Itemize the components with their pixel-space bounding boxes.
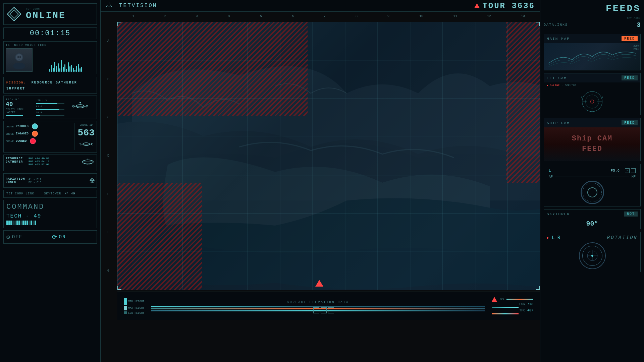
radiation-box: RADIATIONZONES A1 - B12 B2 - C10 ☢ (3, 173, 97, 188)
rotation-wheel[interactable] (579, 242, 606, 269)
ship-cam-feed[interactable]: SHIP CAM FEED Ship CAMFEED (544, 118, 641, 161)
map-background (117, 22, 540, 290)
ship-cam-header: SHIP CAM FEED (544, 118, 640, 127)
tet-comm-label: TET COMM LINK (6, 192, 34, 195)
corner-tl (117, 22, 121, 26)
ship-cam-preview: Ship CAMFEED (544, 127, 640, 161)
skytower-btn[interactable]: ROT (624, 212, 638, 217)
tet-cam-status: ● ONLINE ○ OFFLINE (544, 82, 640, 88)
mission-label: MISSION: (6, 81, 26, 84)
drone-stats-box: DRONE PATROLS DRONE ENGAGED DRONE DOWNED… (3, 121, 97, 153)
main-map-preview: 250m 200m (544, 43, 640, 70)
l-btn[interactable]: L (552, 235, 554, 240)
coord-widget: GS LON 748 TFC 407 (492, 297, 533, 315)
tet-cam-preview (544, 88, 640, 115)
skytower-label: SKYTOWER (44, 192, 61, 195)
tet-cam-feed[interactable]: TET CAM FEED ● ONLINE ○ OFFLINE (544, 73, 641, 115)
toggle-on-label: ON (59, 234, 66, 240)
voice-feed-box: TET USER VOICE FEED (3, 41, 97, 74)
drone-downed-row: DRONE DOWNED (6, 138, 71, 144)
top-bar: TETVISION TOUR 3636 (101, 0, 540, 12)
svg-point-7 (13, 63, 25, 69)
col-header-row: 1 2 3 4 5 6 7 8 9 10 11 12 13 (117, 14, 540, 18)
r-btn[interactable]: R (557, 235, 560, 240)
tour-badge: TOUR 3636 (474, 1, 535, 10)
drone-engaged-row: DRONE ENGAGED (6, 131, 71, 137)
af-label: AF (549, 175, 553, 179)
tet-comm-small-label: TET COMM (26, 8, 66, 10)
nav-dots (313, 307, 334, 313)
aperture-section: L F5.6 + - AF MF (544, 164, 641, 206)
main-area: TETVISION TOUR 3636 1 2 3 4 5 6 7 8 9 10… (101, 0, 540, 362)
stat-bars: .75 | Y 82 G 15 R (36, 99, 65, 116)
svg-point-36 (586, 95, 599, 108)
rotation-label: ROTATION (607, 235, 638, 240)
rg-icon (81, 157, 95, 169)
tet-cam-name: TET CAM (547, 76, 622, 80)
cam-btn-1[interactable]: + (625, 168, 630, 173)
toggle-on[interactable]: ⟳ ON (52, 233, 94, 241)
lr-controls[interactable]: L R (552, 235, 560, 240)
ship-cam-feed-btn[interactable]: FEED (622, 120, 638, 125)
tetvision-title: TETVISION (119, 3, 157, 9)
datalinks-row: DATALINKS 3 (544, 21, 641, 31)
resource-gatherer-box: RESOURCEGATHERER RG1 +34 40 50 RG2 +93 0… (3, 155, 97, 171)
status-row: TET COMM ONLINE (3, 3, 97, 25)
map-container[interactable]: 1 2 3 4 5 6 7 8 9 10 11 12 13 A B C D E … (104, 12, 543, 320)
tet-cam-header: TET CAM FEED (544, 73, 640, 82)
skytower-no: N° 49 (64, 192, 75, 195)
toggle-row[interactable]: ⚙ OFF ⟳ ON (3, 230, 97, 244)
toggle-off[interactable]: ⚙ OFF (6, 233, 49, 241)
online-status: ONLINE (26, 10, 66, 21)
ship-cam-name: SHIP CAM (547, 121, 622, 125)
tet-cam-feed-btn[interactable]: FEED (622, 75, 638, 80)
svg-point-9 (17, 56, 19, 58)
main-map-name: MAIN MAP (547, 37, 622, 41)
toggle-off-icon: ⚙ (6, 233, 10, 241)
tour-triangle-icon (474, 3, 480, 8)
rotation-indicator: ▶ (547, 235, 549, 240)
command-title: COMMAND (6, 203, 94, 211)
radiation-icon: ☢ (90, 176, 95, 185)
svg-point-10 (19, 56, 21, 58)
aperture-wheel[interactable] (581, 181, 604, 204)
corner-tr (536, 22, 540, 26)
tech-label: TECH N° (6, 98, 35, 101)
left-panel: TET COMM ONLINE 00:01:15 TET USER VOICE … (0, 0, 101, 362)
svg-rect-42 (582, 97, 582, 98)
drone-icon (66, 101, 95, 114)
command-box: COMMAND TECH - 49 (3, 200, 97, 228)
tech-number: 49 (6, 101, 35, 108)
waveform (49, 44, 95, 72)
toggle-off-label: OFF (12, 234, 22, 240)
svg-line-32 (110, 6, 111, 6)
cam-btn-2[interactable]: - (631, 168, 636, 173)
skytower-section[interactable]: SKYTOWER ROT 90° (544, 209, 641, 229)
avatar-box (6, 48, 33, 72)
rg-coords: RG1 +34 40 50 RG2 +93 04 12 RG3 +93 52 9… (29, 157, 78, 169)
ship-cam-overlay-text: Ship CAMFEED (572, 134, 613, 155)
rg-title: RESOURCEGATHERER (6, 157, 26, 169)
drone-id-value: 563 (78, 128, 95, 138)
comm-link-box: TET COMM LINK SKYTOWER N° 49 (3, 190, 97, 198)
rotation-inner-ring (582, 246, 602, 266)
aperture-label: L (549, 169, 551, 173)
main-map-header: MAIN MAP FEED (544, 34, 640, 43)
bottom-bar: MID HEIGHT MAX HEIGHT LOW HEIGHT SURFACE… (117, 292, 540, 320)
main-map-feed-btn[interactable]: FEED (622, 36, 638, 41)
corner-bl (117, 286, 121, 290)
online-dot: ● ONLINE (547, 84, 559, 87)
rotation-header: ▶ L R ROTATION (547, 235, 638, 240)
right-panel: FEEDS TET COMM DATALINKS 3 MAIN MAP FEED… (540, 0, 644, 362)
svg-rect-43 (602, 97, 603, 98)
user-label: TET USER VOICE FEED (6, 44, 47, 47)
offline-dot: ○ OFFLINE (561, 84, 576, 87)
rotation-section: ▶ L R ROTATION (544, 232, 641, 272)
mf-label: MF (632, 175, 636, 179)
skytower-header: SKYTOWER ROT (544, 209, 640, 219)
datalinks-count: 3 (637, 21, 641, 29)
svg-line-33 (107, 6, 108, 6)
feeds-title: FEEDS (544, 3, 641, 14)
svg-point-29 (111, 6, 112, 7)
main-map-feed[interactable]: MAIN MAP FEED 250m 200m (544, 34, 641, 70)
